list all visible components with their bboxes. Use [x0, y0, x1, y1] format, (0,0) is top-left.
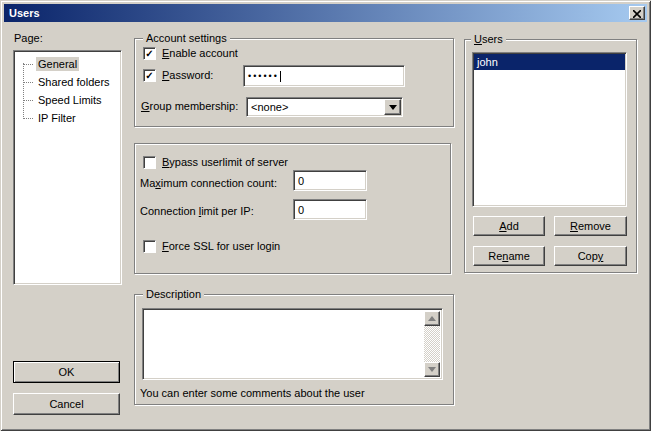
check-icon: ✓ — [145, 49, 153, 59]
window-title: Users — [9, 7, 40, 19]
scroll-down-button[interactable] — [424, 362, 440, 377]
title-bar[interactable]: Users — [4, 4, 647, 22]
bypass-userlimit-checkbox[interactable] — [143, 156, 156, 169]
close-icon — [633, 6, 641, 21]
chevron-down-icon — [389, 105, 397, 114]
chevron-up-icon — [428, 312, 436, 321]
force-ssl-label: Force SSL for user login — [162, 240, 280, 253]
force-ssl-checkbox[interactable] — [143, 240, 156, 253]
scroll-up-button[interactable] — [424, 311, 440, 326]
close-button[interactable] — [629, 6, 645, 20]
tree-item-general[interactable]: General — [14, 55, 121, 73]
chevron-down-icon — [428, 367, 436, 376]
connection-limit-per-ip-value: 0 — [298, 204, 304, 216]
password-value: •••••• — [248, 71, 279, 81]
description-value[interactable] — [145, 311, 423, 377]
description-scrollbar[interactable] — [424, 311, 440, 377]
add-button[interactable]: Add — [473, 216, 545, 236]
text-caret — [280, 71, 281, 82]
max-connection-count-label: Maximum connection count: — [140, 177, 277, 190]
description-textarea[interactable] — [142, 308, 443, 380]
copy-button[interactable]: Copy — [554, 246, 627, 266]
tree-item-label[interactable]: Speed Limits — [36, 93, 104, 107]
enable-account-label: Enable account — [162, 47, 238, 60]
group-membership-select[interactable]: <none> — [246, 97, 403, 117]
bypass-userlimit-label: Bypass userlimit of server — [162, 156, 288, 169]
remove-button[interactable]: Remove — [554, 216, 627, 236]
users-listbox[interactable]: john — [472, 52, 627, 207]
tree-item-label[interactable]: General — [36, 57, 79, 71]
user-list-item[interactable]: john — [474, 54, 625, 70]
enable-account-checkbox[interactable]: ✓ — [143, 47, 156, 60]
tree-item-label[interactable]: Shared folders — [36, 75, 112, 89]
users-dialog: Users Page: General Shared folders Speed… — [0, 0, 651, 431]
description-title: Description — [143, 288, 204, 300]
max-connection-count-value: 0 — [298, 175, 304, 187]
cancel-button[interactable]: Cancel — [13, 393, 120, 415]
description-hint: You can enter some comments about the us… — [140, 387, 365, 400]
password-checkbox[interactable]: ✓ — [143, 69, 156, 82]
max-connection-count-input[interactable]: 0 — [293, 170, 367, 191]
page-label: Page: — [14, 32, 43, 45]
group-membership-value: <none> — [251, 100, 382, 114]
tree-item-speed-limits[interactable]: Speed Limits — [14, 91, 121, 109]
connection-limit-per-ip-input[interactable]: 0 — [293, 199, 367, 220]
password-input[interactable]: •••••• — [243, 65, 405, 87]
rename-button[interactable]: Rename — [473, 246, 545, 266]
connection-limit-per-ip-label: Connection limit per IP: — [140, 205, 254, 218]
user-name: john — [477, 56, 498, 68]
tree-item-label[interactable]: IP Filter — [36, 111, 78, 125]
users-group-title: Users — [471, 33, 506, 45]
page-tree[interactable]: General Shared folders Speed Limits IP F… — [13, 50, 122, 285]
ok-button[interactable]: OK — [13, 361, 120, 383]
tree-item-shared-folders[interactable]: Shared folders — [14, 73, 121, 91]
account-settings-title: Account settings — [143, 32, 230, 44]
group-membership-label: Group membership: — [141, 100, 238, 113]
combo-dropdown-button[interactable] — [384, 99, 401, 115]
tree-item-ip-filter[interactable]: IP Filter — [14, 109, 121, 127]
password-label: Password: — [162, 69, 213, 82]
check-icon: ✓ — [145, 71, 153, 81]
